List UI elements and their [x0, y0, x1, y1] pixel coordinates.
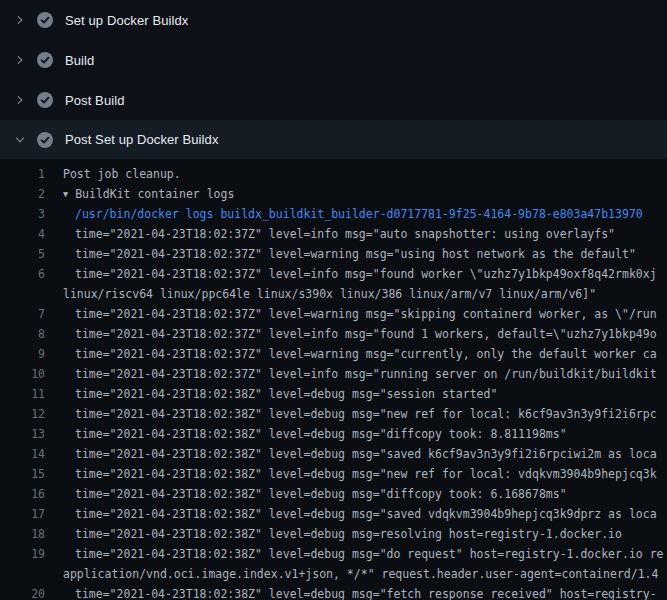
log-line-text: time="2021-04-23T18:02:38Z" level=debug …: [45, 467, 657, 481]
log-command-line: 3 /usr/bin/docker logs buildx_buildkit_b…: [0, 204, 667, 224]
log-line-number[interactable]: 9: [0, 347, 45, 361]
log-line: 8 time="2021-04-23T18:02:37Z" level=info…: [0, 324, 667, 344]
log-line: 11 time="2021-04-23T18:02:38Z" level=deb…: [0, 384, 667, 404]
log-line-number[interactable]: 6: [0, 267, 45, 281]
group-collapse-toggle-icon[interactable]: ▼: [63, 189, 68, 199]
log-line-number[interactable]: 15: [0, 467, 45, 481]
log-line-text: time="2021-04-23T18:02:38Z" level=debug …: [45, 487, 567, 501]
log-line: application/vnd.oci.image.index.v1+json,…: [0, 564, 667, 584]
steps-list: Set up Docker Buildx Build Post Build Po…: [0, 0, 667, 159]
log-line: 6 time="2021-04-23T18:02:37Z" level=info…: [0, 264, 667, 284]
chevron-down-icon[interactable]: [14, 134, 26, 146]
log-line-text: Post job cleanup.: [45, 167, 181, 181]
log-line-number[interactable]: 5: [0, 247, 45, 261]
chevron-right-icon[interactable]: [14, 54, 26, 66]
log-group-header[interactable]: 2 ▼BuildKit container logs: [0, 184, 667, 204]
log-line-text: time="2021-04-23T18:02:38Z" level=debug …: [45, 387, 497, 401]
log-line-number[interactable]: 19: [0, 547, 45, 561]
check-circle-icon: [37, 92, 53, 108]
step-label: Set up Docker Buildx: [65, 13, 188, 28]
log-line: 15 time="2021-04-23T18:02:38Z" level=deb…: [0, 464, 667, 484]
log-line-number[interactable]: 20: [0, 587, 45, 600]
step-row-post-build[interactable]: Post Build: [0, 80, 667, 120]
log-line-number[interactable]: 2: [0, 187, 45, 201]
log-line-number[interactable]: 3: [0, 207, 45, 221]
log-line: 12 time="2021-04-23T18:02:38Z" level=deb…: [0, 404, 667, 424]
log-line-text: time="2021-04-23T18:02:37Z" level=info m…: [45, 227, 615, 241]
log-line: 5 time="2021-04-23T18:02:37Z" level=warn…: [0, 244, 667, 264]
log-line-number[interactable]: 11: [0, 387, 45, 401]
log-line: 19 time="2021-04-23T18:02:38Z" level=deb…: [0, 544, 667, 564]
log-line: 20 time="2021-04-23T18:02:38Z" level=deb…: [0, 584, 667, 600]
log-line-number[interactable]: 16: [0, 487, 45, 501]
log-line-number[interactable]: 18: [0, 527, 45, 541]
log-line-text: time="2021-04-23T18:02:37Z" level=warnin…: [45, 307, 657, 321]
chevron-right-icon[interactable]: [14, 14, 26, 26]
log-line-number[interactable]: 10: [0, 367, 45, 381]
log-line-text: linux/riscv64 linux/ppc64le linux/s390x …: [45, 287, 596, 301]
log-viewer[interactable]: 1 Post job cleanup. 2 ▼BuildKit containe…: [0, 159, 667, 600]
log-line-text: time="2021-04-23T18:02:38Z" level=debug …: [45, 407, 657, 421]
log-line: linux/riscv64 linux/ppc64le linux/s390x …: [0, 284, 667, 304]
log-line-text: time="2021-04-23T18:02:38Z" level=debug …: [45, 527, 622, 541]
log-line: 16 time="2021-04-23T18:02:38Z" level=deb…: [0, 484, 667, 504]
log-line-number[interactable]: 7: [0, 307, 45, 321]
step-row-build[interactable]: Build: [0, 40, 667, 80]
log-line: 4 time="2021-04-23T18:02:37Z" level=info…: [0, 224, 667, 244]
chevron-right-icon[interactable]: [14, 94, 26, 106]
actions-log-pane: Set up Docker Buildx Build Post Build Po…: [0, 0, 667, 600]
check-circle-icon: [37, 132, 53, 148]
log-line-text: /usr/bin/docker logs buildx_buildkit_bui…: [45, 207, 643, 221]
step-row-set-up-docker-buildx[interactable]: Set up Docker Buildx: [0, 0, 667, 40]
log-line-text: time="2021-04-23T18:02:37Z" level=warnin…: [45, 347, 657, 361]
log-line-text: time="2021-04-23T18:02:38Z" level=debug …: [45, 587, 657, 600]
log-line-text: time="2021-04-23T18:02:38Z" level=debug …: [45, 507, 657, 521]
log-line-number[interactable]: 4: [0, 227, 45, 241]
step-label: Post Set up Docker Buildx: [65, 132, 219, 147]
step-label: Post Build: [65, 93, 125, 108]
log-line: 17 time="2021-04-23T18:02:38Z" level=deb…: [0, 504, 667, 524]
log-line-number[interactable]: 13: [0, 427, 45, 441]
log-line: 18 time="2021-04-23T18:02:38Z" level=deb…: [0, 524, 667, 544]
step-label: Build: [65, 53, 94, 68]
log-line: 14 time="2021-04-23T18:02:38Z" level=deb…: [0, 444, 667, 464]
log-line-number[interactable]: 1: [0, 167, 45, 181]
log-line-text: time="2021-04-23T18:02:37Z" level=info m…: [45, 367, 657, 381]
log-line-text: ▼BuildKit container logs: [45, 187, 234, 201]
log-line-text: time="2021-04-23T18:02:38Z" level=debug …: [45, 547, 664, 561]
log-line: 13 time="2021-04-23T18:02:38Z" level=deb…: [0, 424, 667, 444]
log-line-number[interactable]: 8: [0, 327, 45, 341]
log-line: 7 time="2021-04-23T18:02:37Z" level=warn…: [0, 304, 667, 324]
log-line: 9 time="2021-04-23T18:02:37Z" level=warn…: [0, 344, 667, 364]
check-circle-icon: [37, 12, 53, 28]
log-line-number[interactable]: 14: [0, 447, 45, 461]
step-row-post-set-up-docker-buildx[interactable]: Post Set up Docker Buildx: [0, 120, 667, 159]
log-line-text: time="2021-04-23T18:02:38Z" level=debug …: [45, 447, 657, 461]
log-line: 10 time="2021-04-23T18:02:37Z" level=inf…: [0, 364, 667, 384]
check-circle-icon: [37, 52, 53, 68]
log-line-number[interactable]: 17: [0, 507, 45, 521]
log-line-text: time="2021-04-23T18:02:37Z" level=info m…: [45, 267, 657, 281]
log-line-text: time="2021-04-23T18:02:37Z" level=info m…: [45, 327, 657, 341]
log-line: 1 Post job cleanup.: [0, 164, 667, 184]
log-line-number[interactable]: 12: [0, 407, 45, 421]
log-line-text: time="2021-04-23T18:02:38Z" level=debug …: [45, 427, 567, 441]
log-line-text: time="2021-04-23T18:02:37Z" level=warnin…: [45, 247, 636, 261]
log-line-text: application/vnd.oci.image.index.v1+json,…: [45, 567, 658, 581]
